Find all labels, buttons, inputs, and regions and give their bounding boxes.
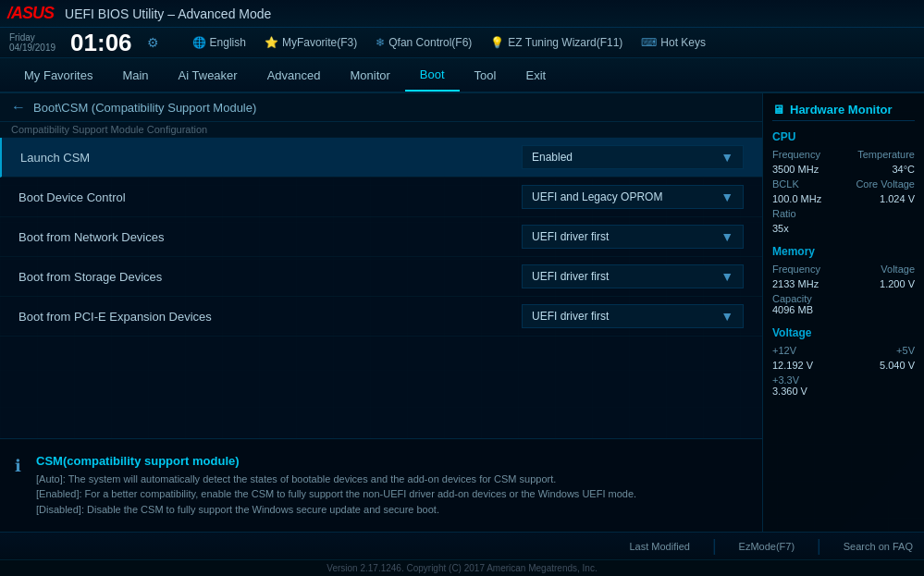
back-arrow-icon[interactable]: ← [11,99,26,116]
search-faq-button[interactable]: Search on FAQ [844,541,913,552]
nav-my-favorites[interactable]: My Favorites [9,58,107,92]
main-container: /ASUS UEFI BIOS Utility – Advanced Mode … [0,0,924,576]
volt-33v-value: 3.360 V [772,386,915,397]
time-bar: Friday 04/19/2019 01:06 ⚙ 🌐 English ⭐ My… [0,28,924,58]
hardware-monitor-title: 🖥 Hardware Monitor [772,103,915,121]
cpu-freq-val-row: 3500 MHz 34°C [772,164,915,175]
boot-storage-label: Boot from Storage Devices [18,270,522,284]
breadcrumb: Boot\CSM (Compatibility Support Module) [33,101,256,115]
mem-volt-value: 1.200 V [880,278,915,289]
version-bar: Version 2.17.1246. Copyright (C) 2017 Am… [0,559,924,576]
nav-monitor[interactable]: Monitor [336,58,405,92]
boot-network-label: Boot from Network Devices [18,230,522,244]
info-icon: ℹ [15,456,21,518]
cpu-freq-label: Frequency [772,149,820,160]
nav-exit[interactable]: Exit [511,58,561,92]
cpu-ratio-label: Ratio [772,208,796,219]
setting-row-boot-storage[interactable]: Boot from Storage Devices UEFI driver fi… [0,257,762,297]
globe-icon: 🌐 [192,36,206,49]
eztuning-item[interactable]: 💡 EZ Tuning Wizard(F11) [490,36,622,49]
language-label: English [210,36,246,49]
keyboard-icon: ⌨ [641,36,657,49]
boot-device-control-label: Boot Device Control [18,190,522,204]
fan-icon: ❄ [376,36,385,49]
bottom-bar: Last Modified | EzMode(F7) | Search on F… [0,532,924,559]
boot-pcie-dropdown-icon[interactable]: ▼ [721,309,733,324]
hotkeys-item[interactable]: ⌨ Hot Keys [641,36,706,49]
nav-ai-tweaker[interactable]: Ai Tweaker [164,58,253,92]
volt-5v-value: 5.040 V [880,360,915,371]
setting-row-boot-pcie[interactable]: Boot from PCI-E Expansion Devices UEFI d… [0,297,762,337]
mem-cap-label: Capacity [772,293,915,304]
star-icon: ⭐ [265,36,278,49]
language-item[interactable]: 🌐 English [192,36,246,49]
top-bar: /ASUS UEFI BIOS Utility – Advanced Mode [0,0,924,28]
nav-bar: My Favorites Main Ai Tweaker Advanced Mo… [0,58,924,93]
version-text: Version 2.17.1246. Copyright (C) 2017 Am… [326,563,597,573]
myfavorite-label: MyFavorite(F3) [282,36,357,49]
memory-section: Memory Frequency Voltage 2133 MHz 1.200 … [772,245,915,315]
boot-pcie-label: Boot from PCI-E Expansion Devices [18,310,522,324]
launch-csm-text: Enabled [532,151,573,164]
time-display: 01:06 [70,31,132,55]
nav-tool[interactable]: Tool [460,58,511,92]
info-line-2: [Enabled]: For a better compatibility, e… [36,486,636,502]
voltage-section: Voltage +12V +5V 12.192 V 5.040 V +3.3V … [772,326,915,397]
boot-network-value[interactable]: UEFI driver first ▼ [522,225,744,249]
launch-csm-dropdown-icon[interactable]: ▼ [721,150,733,165]
launch-csm-value[interactable]: Enabled ▼ [522,145,744,169]
cpu-bclk-val-row: 100.0 MHz 1.024 V [772,193,915,204]
content-area: ← Boot\CSM (Compatibility Support Module… [0,93,924,532]
qfan-item[interactable]: ❄ Qfan Control(F6) [376,36,472,49]
eztuning-label: EZ Tuning Wizard(F11) [508,36,622,49]
cpu-ratio-value: 35x [772,223,915,234]
cpu-bclk-label: BCLK [772,178,799,190]
mem-freq-value: 2133 MHz [772,278,819,289]
gear-icon[interactable]: ⚙ [147,35,159,50]
boot-device-control-dropdown-icon[interactable]: ▼ [721,190,733,204]
boot-device-control-value[interactable]: UEFI and Legacy OPROM ▼ [522,185,744,209]
volt-33v-label: +3.3V [772,374,915,386]
divider-2: | [817,536,821,556]
info-line-3: [Disabled]: Disable the CSM to fully sup… [36,502,636,518]
nav-boot[interactable]: Boot [405,58,460,92]
date-label: 04/19/2019 [9,43,55,53]
nav-advanced[interactable]: Advanced [253,58,336,92]
asus-logo: /ASUS [7,4,54,23]
cpu-ratio-row: Ratio [772,208,915,219]
volt-12v-val-row: 12.192 V 5.040 V [772,360,915,371]
boot-storage-dropdown-icon[interactable]: ▼ [721,269,733,284]
boot-storage-text: UEFI driver first [532,270,609,283]
memory-section-title: Memory [772,245,915,258]
cpu-corevoltage-label: Core Voltage [856,178,915,190]
info-panel: ℹ CSM(compatibility support module) [Aut… [0,438,762,533]
myfavorite-item[interactable]: ⭐ MyFavorite(F3) [265,36,357,49]
boot-storage-value[interactable]: UEFI driver first ▼ [522,264,744,288]
boot-pcie-value[interactable]: UEFI driver first ▼ [522,304,744,328]
cpu-temp-label: Temperature [857,149,915,160]
cpu-section: CPU Frequency Temperature 3500 MHz 34°C … [772,130,915,234]
mem-freq-row: Frequency Voltage [772,263,915,275]
ezmode-button[interactable]: EzMode(F7) [739,541,795,552]
setting-row-launch-csm[interactable]: Launch CSM Enabled ▼ [0,138,762,178]
boot-network-dropdown-icon[interactable]: ▼ [721,229,733,244]
volt-12v-row: +12V +5V [772,345,915,356]
cpu-bclk-value: 100.0 MHz [772,193,821,204]
setting-row-boot-network[interactable]: Boot from Network Devices UEFI driver fi… [0,217,762,257]
time-bar-items: 🌐 English ⭐ MyFavorite(F3) ❄ Qfan Contro… [192,36,706,49]
mem-cap-value: 4096 MB [772,304,915,315]
volt-12v-value: 12.192 V [772,360,813,371]
volt-12v-label: +12V [772,345,796,356]
nav-main[interactable]: Main [107,58,163,92]
hotkeys-label: Hot Keys [660,36,706,49]
mem-freq-label: Frequency [772,263,820,275]
info-title: CSM(compatibility support module) [36,454,636,468]
voltage-section-title: Voltage [772,326,915,339]
day-label: Friday [9,32,55,43]
cpu-section-title: CPU [772,130,915,143]
bulb-icon: 💡 [490,36,504,49]
info-line-1: [Auto]: The system will automatically de… [36,472,636,487]
cpu-freq-row: Frequency Temperature [772,149,915,160]
date-block: Friday 04/19/2019 [9,32,55,53]
setting-row-boot-device-control[interactable]: Boot Device Control UEFI and Legacy OPRO… [0,178,762,217]
